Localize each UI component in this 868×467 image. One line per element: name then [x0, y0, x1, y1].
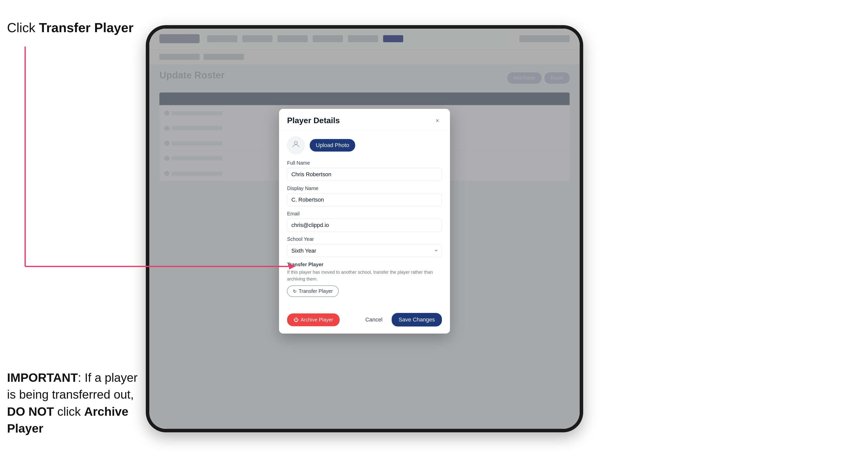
- display-name-input[interactable]: [287, 193, 442, 206]
- footer-right: Cancel Save Changes: [360, 313, 442, 326]
- instruction-line4: click: [54, 405, 84, 418]
- archive-btn-label: Archive Player: [301, 317, 333, 323]
- tablet-screen: Update Roster: [149, 29, 580, 429]
- modal-body: Upload Photo Full Name Display Name: [279, 130, 450, 308]
- avatar-icon: [291, 140, 300, 151]
- modal-close-button[interactable]: ×: [433, 116, 442, 125]
- school-year-group: School Year First Year Second Year Third…: [287, 236, 442, 257]
- display-name-label: Display Name: [287, 186, 442, 191]
- instruction-prefix: Click: [7, 20, 39, 35]
- cancel-button[interactable]: Cancel: [360, 313, 388, 326]
- full-name-label: Full Name: [287, 160, 442, 166]
- do-not-label: DO NOT: [7, 405, 54, 418]
- transfer-player-button[interactable]: ↻ Transfer Player: [287, 285, 339, 297]
- display-name-group: Display Name: [287, 186, 442, 206]
- modal-header: Player Details ×: [279, 109, 450, 130]
- archive-icon: ⏻: [293, 317, 299, 323]
- school-year-label: School Year: [287, 236, 442, 242]
- school-year-select[interactable]: First Year Second Year Third Year Fourth…: [287, 244, 442, 257]
- important-label: IMPORTANT: [7, 371, 78, 384]
- transfer-player-section: Transfer Player If this player has moved…: [287, 262, 442, 297]
- instruction-bottom: IMPORTANT: If a player is being transfer…: [7, 369, 138, 437]
- instruction-bold: Transfer Player: [39, 20, 133, 35]
- email-group: Email: [287, 211, 442, 232]
- modal-overlay: Player Details ×: [149, 29, 580, 429]
- svg-point-0: [294, 141, 298, 144]
- email-label: Email: [287, 211, 442, 217]
- modal-title: Player Details: [287, 116, 340, 125]
- app-background: Update Roster: [149, 29, 580, 429]
- player-details-modal: Player Details ×: [279, 109, 450, 334]
- instruction-top: Click Transfer Player: [7, 20, 133, 35]
- transfer-icon: ↻: [293, 288, 297, 294]
- avatar-row: Upload Photo: [287, 136, 442, 154]
- archive-player-button[interactable]: ⏻ Archive Player: [287, 313, 340, 326]
- avatar-circle: [287, 136, 305, 154]
- email-input[interactable]: [287, 219, 442, 232]
- save-changes-button[interactable]: Save Changes: [392, 313, 442, 326]
- full-name-input[interactable]: [287, 168, 442, 181]
- transfer-section-description: If this player has moved to another scho…: [287, 269, 442, 282]
- transfer-btn-label: Transfer Player: [299, 288, 333, 294]
- transfer-section-label: Transfer Player: [287, 262, 442, 268]
- upload-photo-button[interactable]: Upload Photo: [310, 139, 355, 152]
- modal-footer: ⏻ Archive Player Cancel Save Changes: [279, 308, 450, 334]
- full-name-group: Full Name: [287, 160, 442, 181]
- tablet-device: Update Roster: [146, 25, 583, 432]
